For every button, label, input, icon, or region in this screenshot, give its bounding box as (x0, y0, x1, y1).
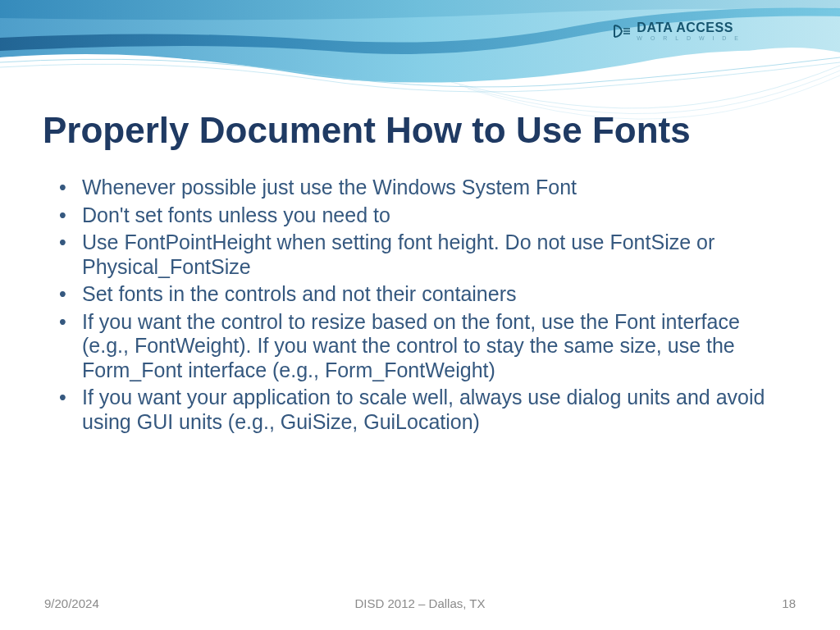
bullet-item: If you want the control to resize based … (59, 310, 791, 383)
brand-logo: DATA ACCESS W O R L D W I D E (614, 21, 742, 41)
bullet-item: Whenever possible just use the Windows S… (59, 176, 791, 200)
footer-event: DISD 2012 – Dallas, TX (355, 596, 486, 610)
logo-sub-text: W O R L D W I D E (637, 35, 742, 41)
slide-footer: 9/20/2024 DISD 2012 – Dallas, TX 18 (0, 596, 840, 610)
footer-page-number: 18 (782, 596, 796, 610)
footer-date: 9/20/2024 (44, 596, 99, 610)
logo-main-text: DATA ACCESS (637, 21, 742, 34)
bullet-item: Don't set fonts unless you need to (59, 203, 791, 228)
bullet-list: Whenever possible just use the Windows S… (59, 176, 791, 434)
slide-body: Whenever possible just use the Windows S… (59, 176, 791, 437)
slide-title: Properly Document How to Use Fonts (43, 110, 691, 151)
bullet-item: Set fonts in the controls and not their … (59, 282, 791, 307)
bullet-item: If you want your application to scale we… (59, 386, 791, 434)
bullet-item: Use FontPointHeight when setting font he… (59, 231, 791, 279)
logo-icon (614, 24, 632, 39)
